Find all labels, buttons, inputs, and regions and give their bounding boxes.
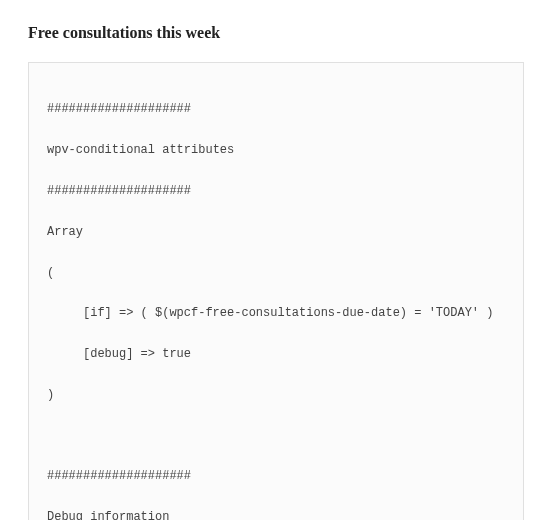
hash-divider: #################### (47, 466, 505, 486)
debug-code-block: #################### wpv-conditional att… (28, 62, 524, 520)
if-line: [if] => ( $(wpcf-free-consultations-due-… (47, 303, 505, 323)
attrs-label: wpv-conditional attributes (47, 140, 505, 160)
debug-info-label: Debug information (47, 507, 505, 520)
array-label: Array (47, 222, 505, 242)
blank-line (47, 426, 505, 446)
paren-open: ( (47, 263, 505, 283)
hash-divider: #################### (47, 181, 505, 201)
hash-divider: #################### (47, 99, 505, 119)
debug-line: [debug] => true (47, 344, 505, 364)
paren-close: ) (47, 385, 505, 405)
section-heading: Free consultations this week (28, 24, 524, 42)
